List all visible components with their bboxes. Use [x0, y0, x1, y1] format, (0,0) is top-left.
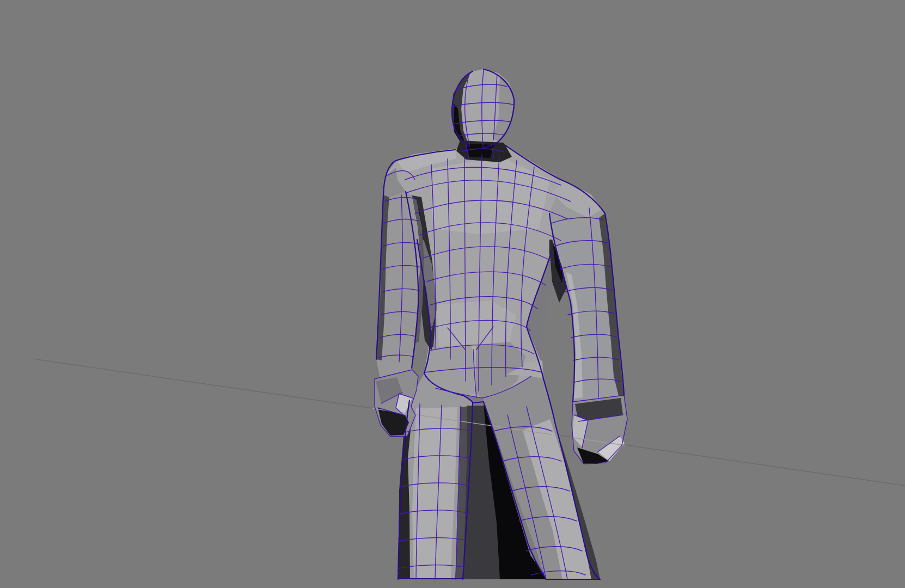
viewport-canvas[interactable]	[0, 0, 905, 588]
viewport[interactable]	[0, 0, 905, 588]
